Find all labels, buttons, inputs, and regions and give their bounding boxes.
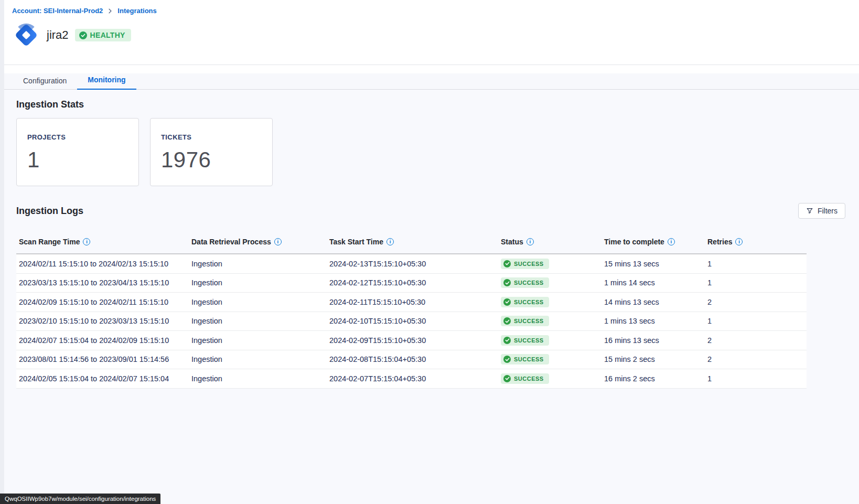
status-badge: SUCCESS [501,297,549,307]
tab-configuration[interactable]: Configuration [13,73,77,90]
cell-time-to-complete: 16 mins 2 secs [602,374,705,383]
column-header-label: Scan Range Time [19,238,80,246]
status-label: SUCCESS [514,318,544,324]
table-row[interactable]: 2023/03/13 15:15:10 to 2023/04/13 15:15:… [16,274,807,293]
filter-funnel-icon [806,207,813,215]
cell-data-retrieval-process: Ingestion [189,278,327,287]
cell-scan-range-time: 2024/02/07 15:15:04 to 2024/02/09 15:15:… [16,336,189,345]
column-header-status[interactable]: Status i [498,238,602,246]
status-label: SUCCESS [514,337,544,344]
main-content: Ingestion Stats PROJECTS 1 TICKETS 1976 … [0,90,859,389]
check-icon [503,317,511,325]
column-header-scan-range-time[interactable]: Scan Range Time i [16,238,189,246]
page-header: Account: SEI-Internal-Prod2 Integrations [0,0,859,65]
column-header-label: Data Retrieval Process [191,238,271,246]
cell-task-start-time: 2024-02-09T15:15:10+05:30 [327,336,498,345]
breadcrumb: Account: SEI-Internal-Prod2 Integrations [12,7,859,15]
status-badge: SUCCESS [501,373,549,384]
tab-monitoring[interactable]: Monitoring [77,72,136,90]
breadcrumb-account-link[interactable]: Account: SEI-Internal-Prod2 [12,7,103,15]
check-icon [503,375,511,382]
ingestion-stats-heading: Ingestion Stats [16,99,807,110]
table-row[interactable]: 2023/02/10 15:15:10 to 2023/03/13 15:15:… [16,312,807,331]
cell-time-to-complete: 1 mins 14 secs [602,278,705,287]
cell-time-to-complete: 14 mins 13 secs [602,298,705,306]
column-header-label: Task Start Time [329,238,383,246]
table-row[interactable]: 2024/02/07 15:15:04 to 2024/02/09 15:15:… [16,331,807,350]
status-label: SUCCESS [514,376,544,382]
left-edge-stripe [0,0,4,504]
info-icon[interactable]: i [274,238,282,245]
cell-task-start-time: 2024-02-12T15:15:10+05:30 [327,278,498,287]
table-row[interactable]: 2024/02/11 15:15:10 to 2024/02/13 15:15:… [16,254,807,274]
cell-status: SUCCESS [498,316,602,326]
cell-data-retrieval-process: Ingestion [189,374,327,383]
chevron-right-icon [107,8,113,14]
cell-time-to-complete: 15 mins 13 secs [602,260,705,268]
cell-scan-range-time: 2024/02/09 15:15:10 to 2024/02/11 15:15:… [16,298,189,306]
page-title: jira2 [47,28,69,42]
cell-retries: 2 [705,355,807,363]
breadcrumb-integrations-link[interactable]: Integrations [117,7,156,15]
cell-scan-range-time: 2024/02/11 15:15:10 to 2024/02/13 15:15:… [16,260,189,268]
stat-card-projects: PROJECTS 1 [16,118,139,186]
stat-card-tickets: TICKETS 1976 [150,118,273,186]
status-label: SUCCESS [514,356,544,362]
cell-data-retrieval-process: Ingestion [189,298,327,306]
column-header-label: Time to complete [604,238,664,246]
health-status-badge: HEALTHY [75,29,131,41]
cell-data-retrieval-process: Ingestion [189,336,327,345]
info-icon[interactable]: i [386,238,394,245]
cell-status: SUCCESS [498,259,602,269]
table-row[interactable]: 2024/02/05 15:15:04 to 2024/02/07 15:15:… [16,369,807,389]
status-label: SUCCESS [514,261,544,267]
cell-retries: 1 [705,260,807,268]
statusbar-url-tooltip: QwqOSIIWp9ob7w/module/sei/configuration/… [0,494,160,504]
status-label: SUCCESS [514,299,544,305]
status-badge: SUCCESS [501,277,549,288]
cell-status: SUCCESS [498,354,602,364]
info-icon[interactable]: i [527,238,534,245]
filters-button[interactable]: Filters [798,203,845,219]
cell-data-retrieval-process: Ingestion [189,317,327,325]
cell-time-to-complete: 16 mins 13 secs [602,336,705,345]
column-header-task-start-time[interactable]: Task Start Time i [327,238,498,246]
check-icon [503,337,511,344]
stat-card-value: 1976 [161,147,262,173]
status-label: SUCCESS [514,280,544,286]
stat-card-label: TICKETS [161,133,262,141]
status-badge: SUCCESS [501,259,549,269]
tab-bar: ConfigurationMonitoring [0,73,859,90]
check-icon [503,298,511,306]
ingestion-logs-table: Scan Range Time i Data Retrieval Process… [16,230,807,389]
table-header-row: Scan Range Time i Data Retrieval Process… [16,230,807,253]
cell-time-to-complete: 15 mins 2 secs [602,355,705,363]
stat-card-label: PROJECTS [27,133,128,141]
column-header-time-to-complete[interactable]: Time to complete i [602,238,705,246]
cell-task-start-time: 2024-02-13T15:15:10+05:30 [327,260,498,268]
table-body: 2024/02/11 15:15:10 to 2024/02/13 15:15:… [16,253,807,389]
check-icon [79,31,87,39]
column-header-label: Retries [707,238,732,246]
filters-button-label: Filters [818,207,837,215]
cell-status: SUCCESS [498,277,602,288]
cell-scan-range-time: 2023/08/01 15:14:56 to 2023/09/01 15:14:… [16,355,189,363]
cell-status: SUCCESS [498,335,602,346]
info-icon[interactable]: i [668,238,675,245]
status-badge: SUCCESS [501,354,549,364]
cell-data-retrieval-process: Ingestion [189,260,327,268]
status-badge: SUCCESS [501,335,549,346]
column-header-data-retrieval-process[interactable]: Data Retrieval Process i [189,238,327,246]
cell-task-start-time: 2024-02-08T15:15:04+05:30 [327,355,498,363]
check-icon [503,356,511,363]
table-row[interactable]: 2023/08/01 15:14:56 to 2023/09/01 15:14:… [16,350,807,370]
status-badge: SUCCESS [501,316,549,326]
column-header-retries[interactable]: Retries i [705,238,807,246]
info-icon[interactable]: i [735,238,743,245]
check-icon [503,260,511,267]
info-icon[interactable]: i [83,238,90,245]
jira-logo-icon [12,21,40,49]
cell-scan-range-time: 2024/02/05 15:15:04 to 2024/02/07 15:15:… [16,374,189,383]
cell-data-retrieval-process: Ingestion [189,355,327,363]
table-row[interactable]: 2024/02/09 15:15:10 to 2024/02/11 15:15:… [16,293,807,312]
